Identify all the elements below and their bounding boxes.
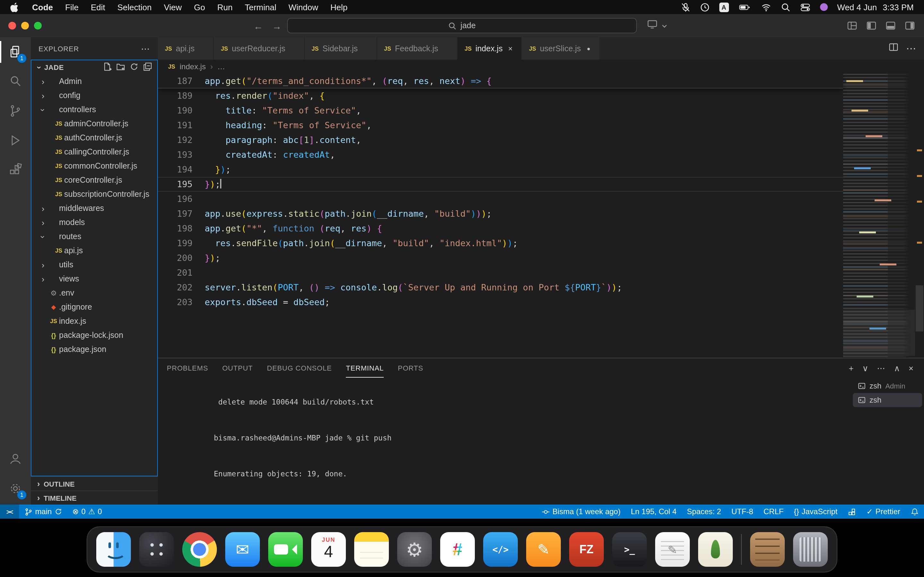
commit-info[interactable]: Bisma (1 week ago) (536, 504, 626, 519)
minimize-window-button[interactable] (21, 22, 29, 29)
refresh-icon[interactable] (129, 62, 139, 73)
dock-icon-mongodb-compass[interactable] (698, 532, 733, 567)
minimap[interactable] (843, 74, 915, 358)
breadcrumb-more[interactable]: … (217, 62, 225, 71)
eol-sequence[interactable]: CRLF (758, 504, 789, 519)
chevron-down-icon[interactable] (662, 20, 667, 31)
menubar-item[interactable]: Terminal (245, 2, 276, 12)
panel-tab[interactable]: DEBUG CONSOLE (267, 358, 332, 378)
control-center-icon[interactable] (800, 2, 810, 12)
apple-menu-icon[interactable] (10, 2, 19, 12)
tree-item[interactable]: middlewares (31, 201, 157, 215)
problems-status[interactable]: ⊗ 0 ⚠ 0 (67, 504, 107, 519)
extensions-view-icon[interactable] (0, 155, 31, 185)
close-panel-icon[interactable]: × (909, 363, 914, 373)
tree-item[interactable]: ⚙ .env (31, 286, 157, 300)
menubar-item[interactable]: Go (194, 2, 205, 12)
dock-icon-file-cabinet[interactable] (750, 532, 785, 567)
dock-divider[interactable] (741, 534, 742, 565)
scrollbar-slider[interactable] (916, 285, 923, 332)
sticky-scroll-line[interactable]: 187 app.get("/terms_and_conditions*", (r… (158, 74, 843, 89)
dock-icon-mail[interactable]: ✉ (225, 532, 260, 567)
menubar-item[interactable]: Window (288, 2, 318, 12)
minimap-slider[interactable] (843, 309, 915, 356)
tree-item[interactable]: JS commonController.js (31, 159, 157, 173)
editor-tab[interactable]: JS api.js (158, 37, 214, 60)
explorer-more-actions-icon[interactable]: ⋯ (141, 43, 150, 53)
new-file-icon[interactable] (103, 62, 111, 73)
explorer-view-icon[interactable]: 1 (0, 37, 31, 67)
editor[interactable]: 187 app.get("/terms_and_conditions*", (r… (158, 74, 924, 358)
indentation[interactable]: Spaces: 2 (682, 504, 726, 519)
toggle-secondary-sidebar-icon[interactable] (905, 21, 915, 31)
menubar-app-name[interactable]: Code (32, 2, 53, 12)
tree-item[interactable]: routes (31, 229, 157, 243)
menubar-item[interactable]: Run (217, 2, 233, 12)
notifications-bell-icon[interactable] (905, 504, 924, 519)
tab-indicator-icon[interactable]: ● (585, 45, 593, 52)
editor-tab[interactable]: JS index.js × (457, 37, 522, 60)
tree-item[interactable]: utils (31, 258, 157, 272)
menubar-item[interactable]: Selection (118, 2, 152, 12)
editor-tab[interactable]: JS userReducer.js (214, 37, 304, 60)
tree-item[interactable]: models (31, 215, 157, 229)
sync-icon[interactable] (54, 508, 62, 516)
panel-tab[interactable]: TERMINAL (346, 358, 384, 378)
terminal-instance[interactable]: zsh Admin (853, 379, 922, 393)
terminal-profile-chevron-icon[interactable]: ∨ (863, 363, 869, 373)
run-debug-view-icon[interactable] (0, 126, 31, 155)
formatter-status[interactable]: ✓ Prettier (861, 504, 906, 519)
dock-icon-filezilla[interactable]: FZ (569, 532, 604, 567)
tree-item[interactable]: views (31, 272, 157, 286)
editor-more-actions-icon[interactable]: ⋯ (906, 42, 916, 55)
language-mode[interactable]: {} JavaScript (788, 504, 843, 519)
remote-window-icon[interactable] (648, 19, 660, 32)
editor-tab[interactable]: JS userSlice.js ● (522, 37, 600, 60)
extension-status-icon[interactable] (843, 504, 861, 519)
menubar-item[interactable]: Help (330, 2, 348, 12)
dock-icon-trash[interactable] (793, 532, 828, 567)
accounts-icon[interactable] (0, 444, 31, 474)
maximize-panel-icon[interactable]: ∧ (894, 363, 900, 373)
dock-icon-finder[interactable] (96, 532, 131, 567)
panel-more-actions-icon[interactable]: ⋯ (877, 363, 885, 373)
dock-icon-pages[interactable]: ✎ (526, 532, 561, 567)
editor-tab[interactable]: JS Sidebar.js (304, 37, 377, 60)
terminal-instance[interactable]: zsh (853, 393, 922, 407)
menubar-clock-icon[interactable] (700, 2, 709, 12)
navigate-back-icon[interactable]: ← (254, 20, 263, 31)
tree-item[interactable]: config (31, 89, 157, 103)
dock-icon-facetime[interactable] (268, 532, 303, 567)
editor-tab[interactable]: JS Feedback.js (377, 37, 457, 60)
tree-item[interactable]: JS coreController.js (31, 173, 157, 187)
dock-icon-vscode[interactable]: </> (483, 532, 518, 567)
sidebar-section-header[interactable]: OUTLINE (31, 476, 158, 490)
tree-item[interactable]: {} package-lock.json (31, 328, 157, 342)
search-view-icon[interactable] (0, 67, 31, 96)
menubar-item[interactable]: File (65, 2, 79, 12)
close-window-button[interactable] (8, 22, 16, 29)
dock-icon-notes[interactable] (354, 532, 389, 567)
tree-item[interactable]: JS adminController.js (31, 117, 157, 131)
panel-tab[interactable]: PROBLEMS (167, 358, 208, 378)
menubar-status-dot-icon[interactable] (820, 3, 827, 11)
tab-indicator-icon[interactable]: × (507, 44, 514, 53)
dock-icon-slack[interactable]: # (440, 532, 475, 567)
manage-gear-icon[interactable]: 1 (0, 474, 31, 503)
dock-icon-system-settings[interactable]: ⚙ (397, 532, 432, 567)
tree-item[interactable]: JS callingController.js (31, 145, 157, 159)
customize-layout-icon[interactable] (847, 21, 857, 31)
tree-item[interactable]: Admin (31, 74, 157, 89)
tree-item[interactable]: JS subscriptionController.js (31, 187, 157, 201)
tree-item[interactable]: JS index.js (31, 314, 157, 328)
tree-item[interactable]: {} package.json (31, 342, 157, 356)
split-editor-icon[interactable] (889, 42, 898, 55)
branch-status[interactable]: main (19, 504, 67, 519)
collapse-folders-icon[interactable] (143, 62, 152, 73)
command-center-search[interactable]: jade (287, 18, 637, 33)
tree-item[interactable]: JS api.js (31, 243, 157, 258)
dock-icon-terminal[interactable]: >_ (612, 532, 647, 567)
breadcrumb-file[interactable]: index.js (180, 62, 206, 71)
source-control-view-icon[interactable] (0, 96, 31, 126)
tree-item[interactable]: controllers (31, 103, 157, 117)
